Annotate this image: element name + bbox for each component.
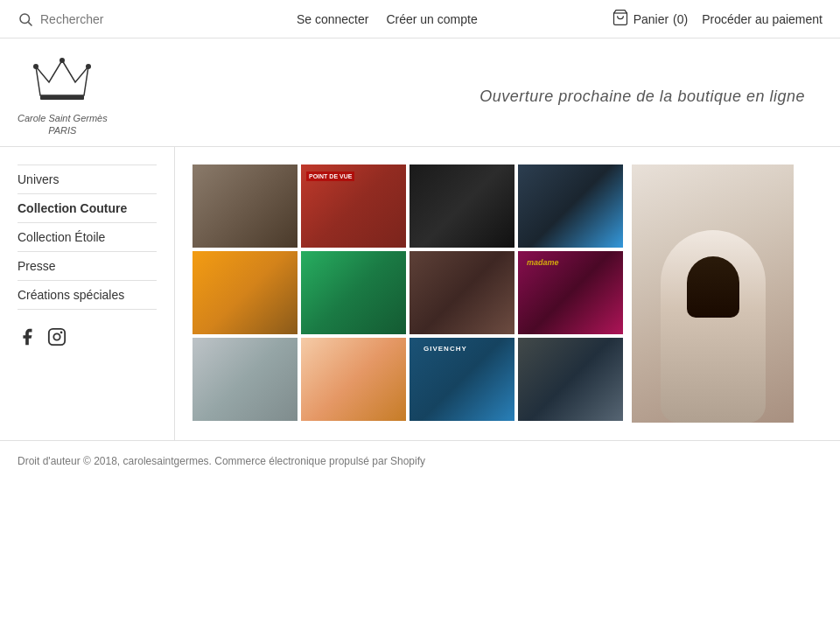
sidebar-item-collection-couture[interactable]: Collection Couture xyxy=(18,194,157,223)
search-input[interactable] xyxy=(40,12,163,26)
svg-point-6 xyxy=(33,64,38,69)
svg-point-0 xyxy=(20,14,30,24)
svg-rect-7 xyxy=(40,95,84,100)
cart-area: Panier (0) Procéder au paiement xyxy=(612,9,822,29)
brand-row: Carole Saint Germès PARIS Ouverture proc… xyxy=(0,38,840,147)
photo-cell-5 xyxy=(192,251,298,334)
photo-cell-6 xyxy=(301,251,406,334)
portrait-figure xyxy=(632,164,794,423)
brand-name: Carole Saint Germès PARIS xyxy=(18,112,108,137)
cart-link[interactable]: Panier (0) xyxy=(612,9,689,29)
portrait-area xyxy=(632,164,794,423)
svg-point-4 xyxy=(60,58,65,63)
sidebar-nav: Univers Collection Couture Collection Ét… xyxy=(18,164,157,310)
tagline: Ouverture prochaine de la boutique en li… xyxy=(480,88,822,106)
photo-cell-4 xyxy=(518,164,623,248)
sidebar-item-univers[interactable]: Univers xyxy=(18,164,157,194)
cart-count: (0) xyxy=(673,12,688,26)
search-area xyxy=(18,11,163,27)
footer-copyright: Droit d'auteur © 2018, carolesaintgermes… xyxy=(18,455,425,467)
svg-rect-8 xyxy=(49,328,65,344)
photo-cell-9 xyxy=(192,338,298,421)
svg-point-9 xyxy=(53,333,60,340)
svg-point-10 xyxy=(60,331,63,333)
sidebar-item-creations-speciales[interactable]: Créations spéciales xyxy=(18,281,157,310)
photo-cell-12 xyxy=(518,338,623,421)
photo-cell-11 xyxy=(410,338,514,421)
instagram-icon xyxy=(47,327,66,346)
photo-cell-3 xyxy=(410,164,514,248)
sidebar: Univers Collection Couture Collection Ét… xyxy=(0,147,175,440)
photo-cell-2 xyxy=(301,164,406,248)
photo-cell-1 xyxy=(192,164,298,248)
instagram-link[interactable] xyxy=(47,327,66,349)
content-area xyxy=(175,147,840,440)
svg-marker-3 xyxy=(36,60,88,95)
sidebar-item-presse[interactable]: Presse xyxy=(18,252,157,281)
social-icons xyxy=(18,327,157,349)
facebook-icon xyxy=(18,327,37,346)
logo-area: Carole Saint Germès PARIS xyxy=(18,56,108,137)
top-navigation: Se connecter Créer un compte Panier (0) … xyxy=(0,0,840,38)
logo-crown-icon xyxy=(27,56,97,108)
svg-line-1 xyxy=(28,22,32,25)
footer: Droit d'auteur © 2018, carolesaintgermes… xyxy=(0,440,840,481)
svg-point-5 xyxy=(86,64,91,69)
photo-grid xyxy=(192,164,623,423)
photo-cell-10 xyxy=(301,338,406,421)
photo-cell-8 xyxy=(518,251,623,334)
cart-icon xyxy=(612,9,629,29)
cart-label: Panier xyxy=(634,12,668,26)
photo-grid-wrapper xyxy=(192,164,822,423)
photo-cell-7 xyxy=(410,251,514,334)
main-container: Univers Collection Couture Collection Ét… xyxy=(0,147,840,440)
auth-links: Se connecter Créer un compte xyxy=(297,12,478,26)
checkout-link[interactable]: Procéder au paiement xyxy=(702,12,822,26)
sidebar-item-collection-etoile[interactable]: Collection Étoile xyxy=(18,223,157,252)
facebook-link[interactable] xyxy=(18,327,37,349)
create-account-link[interactable]: Créer un compte xyxy=(386,12,477,26)
search-icon[interactable] xyxy=(18,11,33,27)
sign-in-link[interactable]: Se connecter xyxy=(297,12,369,26)
